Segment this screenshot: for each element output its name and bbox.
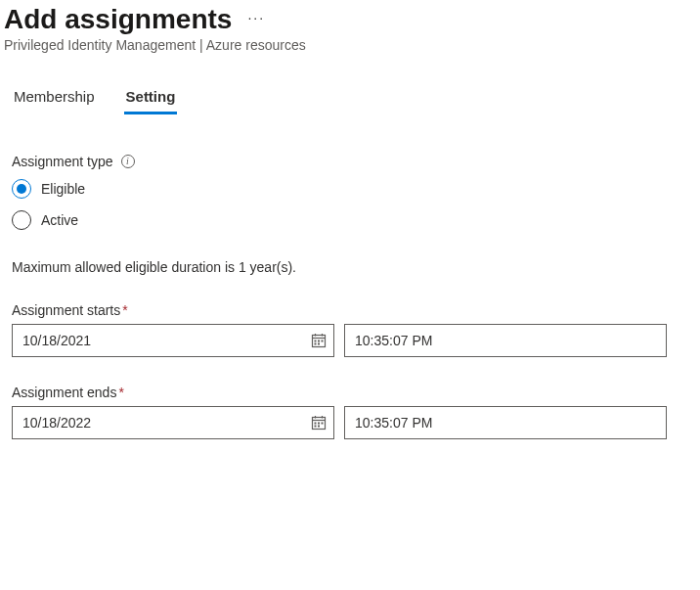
radio-eligible-circle bbox=[12, 179, 31, 199]
more-actions-button[interactable]: ··· bbox=[247, 10, 265, 29]
assignment-starts-label: Assignment starts bbox=[12, 302, 120, 318]
breadcrumb: Privileged Identity Management | Azure r… bbox=[4, 37, 688, 53]
assignment-ends-label: Assignment ends bbox=[12, 385, 116, 400]
calendar-icon[interactable] bbox=[311, 415, 327, 431]
assignment-type-group: Eligible Active bbox=[12, 179, 688, 230]
tab-setting[interactable]: Setting bbox=[124, 82, 178, 113]
svg-rect-7 bbox=[315, 343, 317, 345]
assignment-ends-time-input[interactable] bbox=[344, 406, 667, 439]
svg-rect-5 bbox=[318, 340, 320, 342]
svg-rect-16 bbox=[315, 426, 317, 428]
radio-eligible-label: Eligible bbox=[41, 181, 85, 197]
svg-rect-4 bbox=[315, 340, 317, 342]
svg-rect-6 bbox=[322, 340, 324, 342]
duration-note: Maximum allowed eligible duration is 1 y… bbox=[4, 259, 688, 275]
svg-rect-17 bbox=[318, 426, 320, 428]
assignment-ends-date-input[interactable] bbox=[12, 406, 334, 439]
svg-rect-15 bbox=[322, 423, 324, 425]
page-title: Add assignments bbox=[4, 4, 232, 35]
radio-active-circle bbox=[12, 210, 31, 230]
radio-active[interactable]: Active bbox=[12, 210, 688, 230]
assignment-type-label: Assignment type bbox=[12, 154, 113, 169]
radio-active-label: Active bbox=[41, 212, 78, 228]
required-indicator: * bbox=[122, 302, 127, 318]
info-icon[interactable]: i bbox=[121, 155, 135, 168]
svg-rect-8 bbox=[318, 343, 320, 345]
assignment-starts-date-input[interactable] bbox=[12, 324, 334, 357]
required-indicator: * bbox=[118, 385, 123, 400]
assignment-starts-time-input[interactable] bbox=[344, 324, 667, 357]
calendar-icon[interactable] bbox=[311, 333, 327, 348]
svg-rect-14 bbox=[318, 423, 320, 425]
radio-eligible[interactable]: Eligible bbox=[12, 179, 688, 199]
tabs: Membership Setting bbox=[4, 82, 688, 114]
tab-membership[interactable]: Membership bbox=[12, 82, 97, 113]
svg-rect-13 bbox=[315, 423, 317, 425]
